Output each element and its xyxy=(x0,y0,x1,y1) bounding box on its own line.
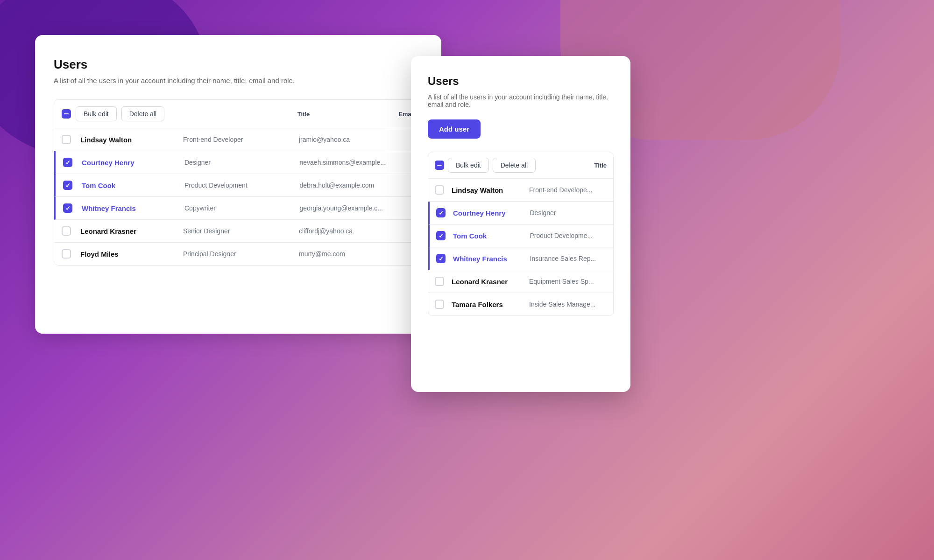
back-card: Users A list of all the users in your ac… xyxy=(35,35,441,334)
table-row: ✓ Courtney Henry Designer nevaeh.simmons… xyxy=(54,151,422,174)
user-title: Principal Designer xyxy=(183,250,299,258)
front-table-row: ✓ Tom Cook Product Developme... xyxy=(428,224,613,247)
back-card-subtitle: A list of all the users in your account … xyxy=(54,77,423,84)
row-checkbox[interactable] xyxy=(62,249,71,259)
table-row: ✓ Whitney Francis Copywriter georgia.you… xyxy=(54,197,422,220)
check-icon: ✓ xyxy=(439,233,444,239)
user-title: Copywriter xyxy=(184,204,300,212)
table-row: ✓ Tom Cook Product Development debra.hol… xyxy=(54,174,422,197)
select-all-checkbox[interactable] xyxy=(62,109,71,119)
check-icon: ✓ xyxy=(65,182,71,189)
front-delete-all-button[interactable]: Delete all xyxy=(493,158,536,173)
front-user-name: Lindsay Walton xyxy=(452,186,529,194)
front-user-name: Tamara Folkers xyxy=(452,301,529,308)
front-card: Users A list of all the users in your ac… xyxy=(411,56,630,392)
front-row-checkbox[interactable] xyxy=(435,277,444,286)
front-table-row: Lindsay Walton Front-end Develope... xyxy=(428,179,613,202)
front-user-name: Tom Cook xyxy=(453,232,530,240)
user-email: georgia.young@example.c... xyxy=(300,204,415,212)
user-title: Front-end Developer xyxy=(183,136,299,143)
user-title: Product Development xyxy=(184,182,300,189)
user-name: Tom Cook xyxy=(82,182,184,189)
front-user-name: Whitney Francis xyxy=(453,255,530,263)
front-user-title: Designer xyxy=(530,209,607,217)
front-user-title: Equipment Sales Sp... xyxy=(529,278,607,285)
check-icon: ✓ xyxy=(439,210,444,216)
front-row-checkbox[interactable] xyxy=(435,300,444,309)
table-row: Lindsay Walton Front-end Developer jrami… xyxy=(54,128,422,151)
bulk-edit-button[interactable]: Bulk edit xyxy=(76,106,117,121)
row-checkbox[interactable] xyxy=(62,135,71,144)
front-bulk-edit-button[interactable]: Bulk edit xyxy=(448,158,489,173)
table-row: Leonard Krasner Senior Designer clifford… xyxy=(54,220,422,243)
front-table-row: ✓ Courtney Henry Designer xyxy=(428,202,613,224)
front-user-title: Front-end Develope... xyxy=(529,186,607,194)
dash-icon xyxy=(64,113,69,114)
dash-icon xyxy=(437,165,442,166)
front-toolbar: Bulk edit Delete all Title xyxy=(428,152,613,179)
back-toolbar: Bulk edit Delete all Title Email xyxy=(54,100,422,128)
front-row-checkbox[interactable]: ✓ xyxy=(436,208,446,217)
front-row-checkbox[interactable]: ✓ xyxy=(436,231,446,240)
front-user-title: Insurance Sales Rep... xyxy=(530,255,607,262)
check-icon: ✓ xyxy=(65,160,71,166)
front-select-all-checkbox[interactable] xyxy=(435,161,444,170)
front-user-name: Leonard Krasner xyxy=(452,278,529,286)
user-name: Lindsay Walton xyxy=(80,136,183,144)
front-user-name: Courtney Henry xyxy=(453,209,530,217)
user-title: Designer xyxy=(184,159,300,166)
front-card-subtitle: A list of all the users in your account … xyxy=(428,93,614,108)
front-card-title: Users xyxy=(428,75,614,88)
row-checkbox[interactable] xyxy=(62,226,71,236)
front-table-row: ✓ Whitney Francis Insurance Sales Rep... xyxy=(428,247,613,270)
user-title: Senior Designer xyxy=(183,227,299,235)
front-table-row: Leonard Krasner Equipment Sales Sp... xyxy=(428,270,613,293)
user-name: Leonard Krasner xyxy=(80,227,183,235)
user-email: jramio@yahoo.ca xyxy=(299,136,415,143)
front-table-row: Tamara Folkers Inside Sales Manage... xyxy=(428,293,613,315)
check-icon: ✓ xyxy=(65,205,71,211)
front-row-checkbox[interactable]: ✓ xyxy=(436,254,446,263)
delete-all-button[interactable]: Delete all xyxy=(121,106,164,121)
user-email: nevaeh.simmons@example... xyxy=(300,159,415,166)
front-user-title: Product Developme... xyxy=(530,232,607,239)
user-name: Whitney Francis xyxy=(82,204,184,212)
add-user-button[interactable]: Add user xyxy=(428,119,481,139)
user-name: Courtney Henry xyxy=(82,159,184,167)
front-title-header: Title xyxy=(594,162,607,169)
front-row-checkbox[interactable] xyxy=(435,185,444,195)
row-checkbox[interactable]: ✓ xyxy=(63,181,72,190)
user-email: debra.holt@example.com xyxy=(300,182,415,189)
front-user-title: Inside Sales Manage... xyxy=(529,301,607,308)
row-checkbox[interactable]: ✓ xyxy=(63,203,72,213)
back-table: Bulk edit Delete all Title Email Lindsay… xyxy=(54,99,423,266)
user-email: murty@me.com xyxy=(299,250,415,258)
front-table: Bulk edit Delete all Title Lindsay Walto… xyxy=(428,152,614,316)
title-column-header: Title xyxy=(297,111,310,118)
check-icon: ✓ xyxy=(439,256,444,262)
table-row: Floyd Miles Principal Designer murty@me.… xyxy=(54,243,422,265)
user-email: cliffordj@yahoo.ca xyxy=(299,227,415,235)
user-name: Floyd Miles xyxy=(80,250,183,258)
row-checkbox[interactable]: ✓ xyxy=(63,158,72,167)
back-card-title: Users xyxy=(54,57,423,72)
